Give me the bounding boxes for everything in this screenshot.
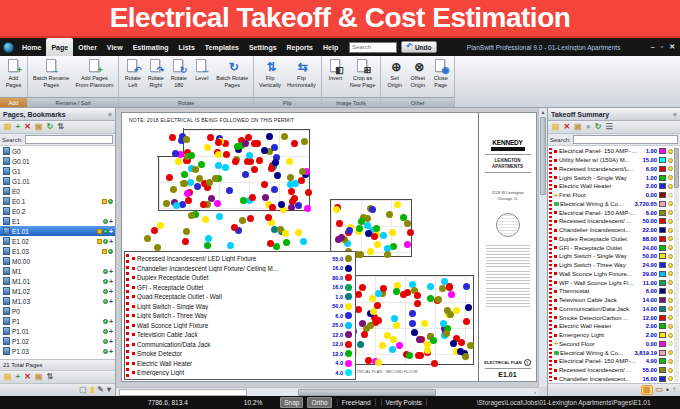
takeoff-search-input[interactable] bbox=[573, 135, 678, 144]
takeoff-row[interactable]: Thermostat6.00 bbox=[554, 287, 673, 296]
rotate-180-button[interactable]: ↻Rotate 180 bbox=[167, 57, 190, 97]
legend-row[interactable]: Light Switch - Three Way6.0 bbox=[126, 311, 353, 321]
page-row-P1.01[interactable]: P1.01+ bbox=[0, 326, 115, 336]
menu-item-home[interactable]: Home bbox=[17, 38, 46, 56]
freehand-toggle[interactable]: FreeHand bbox=[337, 399, 376, 406]
visibility-bulb-icon[interactable] bbox=[668, 324, 673, 329]
takeoff-row[interactable]: Chandelier Incandescent...16.00 bbox=[554, 375, 673, 384]
visibility-bulb-icon[interactable] bbox=[668, 236, 673, 241]
page-row-M1.02[interactable]: M1.02+ bbox=[0, 286, 115, 296]
page-row-P1[interactable]: P1+ bbox=[0, 316, 115, 326]
horizontal-scrollbar[interactable]: › bbox=[116, 387, 538, 396]
visibility-bulb-icon[interactable] bbox=[668, 149, 673, 154]
up-icon[interactable]: ↑ bbox=[672, 386, 676, 394]
takeoff-row[interactable]: Light Switch - Single Way50.00 bbox=[554, 252, 673, 261]
takeoff-row[interactable]: Light Switch - Single Way1.00 bbox=[554, 173, 673, 182]
visibility-bulb-icon[interactable] bbox=[668, 306, 673, 311]
bookmark-icon[interactable]: ▤ bbox=[4, 123, 12, 131]
visibility-bulb-icon[interactable] bbox=[668, 245, 673, 250]
takeoff-row[interactable]: Electrical Panel- 150 AMP-...4.00 bbox=[554, 357, 673, 366]
takeoff-row[interactable]: Electrical Wiring & Co...3,819.19 bbox=[554, 348, 673, 357]
page-row-E0[interactable]: E0 bbox=[0, 186, 115, 196]
bookmark-icon[interactable]: ▤ bbox=[4, 373, 12, 381]
close-page-button[interactable]: ◉Close Page bbox=[429, 57, 452, 97]
layers-icon[interactable]: ▨ bbox=[641, 385, 653, 395]
page-row-G1[interactable]: G1 bbox=[0, 166, 115, 176]
menu-item-templates[interactable]: Templates bbox=[200, 38, 244, 56]
legend-row[interactable]: Electric Wall Heater4.0 bbox=[126, 359, 353, 369]
pages-search-input[interactable] bbox=[25, 135, 113, 144]
undo-button[interactable]: ↶ Undo bbox=[401, 41, 436, 53]
flip-v-button[interactable]: ⇅Flip Vertically bbox=[256, 57, 284, 97]
legend-row[interactable]: Light Switch - Single Way50.0 bbox=[126, 302, 353, 312]
page-row-P1.02[interactable]: P1.02+ bbox=[0, 336, 115, 346]
page-row-E0.2[interactable]: E0.2 bbox=[0, 206, 115, 216]
takeoff-row[interactable]: Chandelier Incandescent...22.00 bbox=[554, 226, 673, 235]
level-button[interactable]: ↔Level bbox=[190, 57, 213, 97]
ortho-toggle[interactable]: Ortho bbox=[307, 397, 331, 408]
takeoff-row[interactable]: Recessed Incandescent/ ...50.00 bbox=[554, 217, 673, 226]
collapse-panel-icon[interactable]: « bbox=[673, 111, 677, 118]
takeoff-row[interactable]: Smoke DetectorCarbon ...12.00 bbox=[554, 313, 673, 322]
page-row-E0.1[interactable]: E0.1 bbox=[0, 196, 115, 206]
vertical-scroll-thumb[interactable] bbox=[540, 117, 546, 195]
visibility-bulb-icon[interactable] bbox=[668, 298, 673, 303]
add-pages-button[interactable]: +Add Pages bbox=[2, 57, 25, 97]
visibility-bulb-icon[interactable] bbox=[668, 254, 673, 259]
takeoff-row[interactable]: Electrical Wiring & Co...3,720.65 bbox=[554, 200, 673, 209]
menu-item-settings[interactable]: Settings bbox=[244, 38, 282, 56]
takeoff-row[interactable]: Television Cable Jack14.00 bbox=[554, 296, 673, 305]
close-icon[interactable]: ✕ bbox=[669, 43, 675, 51]
page-row-E1.03[interactable]: E1.03 bbox=[0, 246, 115, 256]
visibility-bulb-icon[interactable] bbox=[668, 210, 673, 215]
rotate-left-button[interactable]: ↶Rotate Left bbox=[121, 57, 144, 97]
visibility-bulb-icon[interactable] bbox=[668, 280, 673, 285]
legend-row[interactable]: GFI - Receptacle Outlet16.0 bbox=[126, 283, 353, 293]
takeoff-row[interactable]: +Second Floor0.00 bbox=[554, 340, 673, 349]
page-row-G0.01[interactable]: G0.01 bbox=[0, 156, 115, 166]
visibility-bulb-icon[interactable] bbox=[668, 333, 673, 338]
visibility-bulb-icon[interactable] bbox=[668, 289, 673, 294]
page-row-G0[interactable]: G0 bbox=[0, 146, 115, 156]
drawing-sheet[interactable]: NOTE: 2018 ELECTRICAL IS BEING FOLLOWED … bbox=[121, 112, 537, 382]
visibility-bulb-icon[interactable] bbox=[668, 359, 673, 364]
filter-icon[interactable]: ⇅ bbox=[57, 123, 64, 131]
measurement-box[interactable] bbox=[119, 389, 247, 396]
page-row-E1.02[interactable]: E1.02+ bbox=[0, 236, 115, 246]
menu-item-other[interactable]: Other bbox=[73, 38, 102, 56]
verify-points-toggle[interactable]: Verify Points bbox=[381, 399, 427, 406]
filter-icon[interactable]: ⇅ bbox=[47, 373, 54, 381]
takeoff-row[interactable]: GFI - Receptacle Outlet24.00 bbox=[554, 243, 673, 252]
visibility-bulb-icon[interactable] bbox=[668, 350, 673, 355]
legend-row[interactable]: Emergency Light4.0 bbox=[126, 368, 353, 378]
takeoff-row[interactable]: Recessed Incandescent/ ...55.00 bbox=[554, 366, 673, 375]
menu-item-page[interactable]: Page bbox=[46, 38, 73, 56]
visibility-bulb-icon[interactable] bbox=[668, 158, 673, 163]
delete-icon[interactable]: ✕ bbox=[564, 123, 571, 131]
menu-item-reports[interactable]: Reports bbox=[282, 38, 318, 56]
menu-item-lists[interactable]: Lists bbox=[173, 38, 199, 56]
caret-icon[interactable]: ▾ bbox=[107, 386, 111, 394]
takeoff-row[interactable]: WP - Wall Sconce Light Fi...11.00 bbox=[554, 278, 673, 287]
visibility-bulb-icon[interactable] bbox=[668, 193, 673, 198]
page-row-G1.01[interactable]: G1.01 bbox=[0, 176, 115, 186]
visibility-bulb-icon[interactable] bbox=[668, 368, 673, 373]
page-row-E1.01[interactable]: E1.01+ bbox=[0, 226, 115, 236]
vertical-scrollbar[interactable]: ▲ bbox=[538, 108, 547, 387]
page-row-M0.00[interactable]: M0.00 bbox=[0, 256, 115, 266]
offset-origin-button[interactable]: ⊗Offset Origin bbox=[406, 57, 429, 97]
legend-row[interactable]: Smoke Detector12.0 bbox=[126, 349, 353, 359]
menu-search-input[interactable] bbox=[349, 42, 397, 53]
visibility-bulb-icon[interactable] bbox=[668, 228, 673, 233]
visibility-bulb-icon[interactable] bbox=[668, 315, 673, 320]
batch-rename-button[interactable]: →Batch Rename Pages bbox=[30, 57, 72, 97]
takeoff-row[interactable]: +First Floor0.00 bbox=[554, 191, 673, 200]
collapse-panel-icon[interactable]: « bbox=[108, 111, 112, 118]
snap-toggle[interactable]: Snap bbox=[280, 397, 303, 408]
scroll-up-icon[interactable]: ▲ bbox=[539, 108, 547, 117]
flip-h-button[interactable]: ⇆Flip Horizontally bbox=[284, 57, 319, 97]
takeoff-row[interactable]: Emergency Light2.00 bbox=[554, 331, 673, 340]
menu-item-view[interactable]: View bbox=[102, 38, 128, 56]
crop-button[interactable]: ⊞Crop as New Page bbox=[347, 57, 378, 97]
folder-icon[interactable]: ▣ bbox=[35, 123, 43, 131]
